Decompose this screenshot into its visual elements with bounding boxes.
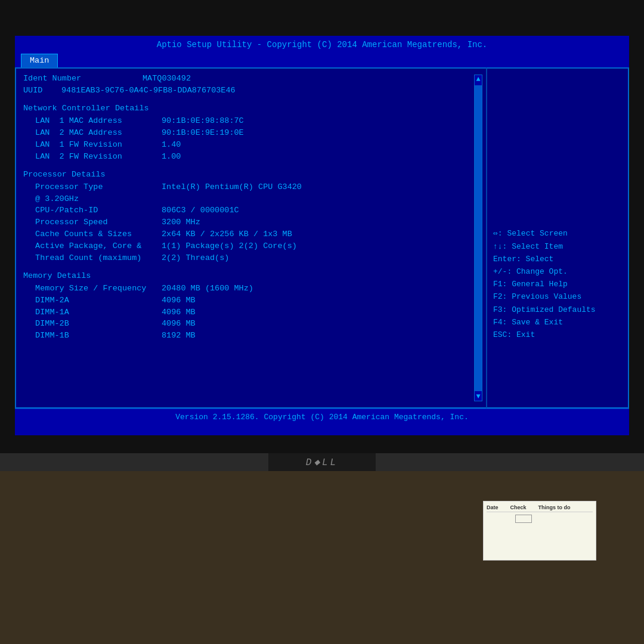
help-f1: F1: General Help <box>493 279 622 290</box>
thread-row: Thread Count (maximum) 2(2) Thread(s) <box>23 253 479 264</box>
dimm2a-value: 4096 MB <box>162 295 196 306</box>
cpu-patch-label: CPU-/Patch-ID <box>30 205 162 216</box>
lan1-mac-value: 90:1B:0E:98:88:7C <box>162 116 244 127</box>
mem-size-row: Memory Size / Frequency 20480 MB (1600 M… <box>23 283 479 295</box>
dell-logo: D◆LL <box>306 456 338 468</box>
bios-screen: Aptio Setup Utility - Copyright (C) 2014… <box>15 36 629 435</box>
dimm1a-value: 4096 MB <box>162 307 196 318</box>
dimm2b-value: 4096 MB <box>162 318 196 330</box>
dimm1b-value: 8192 MB <box>162 330 196 342</box>
lan2-mac-value: 90:1B:0E:9E:19:0E <box>162 128 244 139</box>
dimm2a-label: DIMM-2A <box>30 295 162 306</box>
monitor-stand: D◆LL <box>268 453 376 471</box>
help-panel: ⇔: Select Screen ↑↓: Select Item Enter: … <box>486 67 629 408</box>
uuid-value: 9481EAB3-9C76-0A4C-9FB8-DDA876703E46 <box>59 85 236 97</box>
lan1-mac-row: LAN 1 MAC Address 90:1B:0E:98:88:7C <box>23 116 479 127</box>
lan1-mac-label: LAN 1 MAC Address <box>30 116 162 127</box>
notepad-col2: Check <box>510 504 527 510</box>
status-bar: Version 2.15.1286. Copyright (C) 2014 Am… <box>15 408 629 426</box>
lan2-mac-row: LAN 2 MAC Address 90:1B:0E:9E:19:0E <box>23 128 479 139</box>
uuid-label: UUID <box>23 85 59 97</box>
bios-title: Aptio Setup Utility - Copyright (C) 2014… <box>157 40 488 49</box>
proc-type-value: Intel(R) Pentium(R) CPU G3420 <box>162 182 302 193</box>
thread-label: Thread Count (maximum) <box>30 253 162 264</box>
lan1-fw-row: LAN 1 FW Revision 1.40 <box>23 140 479 151</box>
help-f2: F2: Previous Values <box>493 292 622 302</box>
ident-label: Ident Number <box>23 73 143 85</box>
help-select-screen: ⇔: Select Screen <box>493 228 622 239</box>
monitor-frame: Aptio Setup Utility - Copyright (C) 2014… <box>0 0 644 453</box>
active-pkg-value: 1(1) Package(s) 2(2) Core(s) <box>162 241 297 252</box>
network-section-title: Network Controller Details <box>23 103 479 114</box>
uuid-row: UUID 9481EAB3-9C76-0A4C-9FB8-DDA876703E4… <box>23 85 479 97</box>
active-pkg-row: Active Package, Core & 1(1) Package(s) 2… <box>23 241 479 252</box>
cpu-patch-row: CPU-/Patch-ID 806C3 / 0000001C <box>23 205 479 216</box>
dimm2b-label: DIMM-2B <box>30 318 162 330</box>
dimm2b-row: DIMM-2B 4096 MB <box>23 318 479 330</box>
main-panel: Ident Number MATQ030492 UUID 9481EAB3-9C… <box>15 67 486 408</box>
help-enter: Enter: Select <box>493 254 622 265</box>
memory-section-title: Memory Details <box>23 271 479 282</box>
help-f4: F4: Save & Exit <box>493 317 622 328</box>
dimm1a-label: DIMM-1A <box>30 307 162 318</box>
help-esc: ESC: Exit <box>493 330 622 340</box>
proc-speed-row: @ 3.20GHz <box>23 194 479 205</box>
mem-size-label: Memory Size / Frequency <box>30 283 162 295</box>
proc-type-label: Processor Type <box>30 182 162 193</box>
ident-row: Ident Number MATQ030492 <box>23 73 479 85</box>
proc-speed-label: @ 3.20GHz <box>30 194 79 205</box>
scroll-down-arrow[interactable]: ▼ <box>475 392 482 401</box>
thread-value: 2(2) Thread(s) <box>162 253 229 264</box>
content-area: Ident Number MATQ030492 UUID 9481EAB3-9C… <box>15 67 629 408</box>
lan2-fw-row: LAN 2 FW Revision 1.00 <box>23 151 479 163</box>
lan2-fw-value: 1.00 <box>162 151 181 163</box>
mem-size-value: 20480 MB (1600 MHz) <box>162 283 253 295</box>
status-bar-text: Version 2.15.1286. Copyright (C) 2014 Am… <box>175 413 468 422</box>
scrollbar[interactable]: ▲ ▼ <box>474 75 482 401</box>
dimm1b-label: DIMM-1B <box>30 330 162 342</box>
scrollbar-thumb[interactable] <box>475 85 482 391</box>
notepad-col1: Date <box>487 504 499 510</box>
ident-value: MATQ030492 <box>143 73 191 85</box>
notepad-col3: Things to do <box>538 504 571 510</box>
scroll-up-arrow[interactable]: ▲ <box>475 75 482 83</box>
tab-row: Main <box>15 54 629 68</box>
proc-type-row: Processor Type Intel(R) Pentium(R) CPU G… <box>23 182 479 193</box>
dimm2a-row: DIMM-2A 4096 MB <box>23 295 479 306</box>
proc-speed2-value: 3200 MHz <box>162 217 200 228</box>
desk-surface: Date Check Things to do <box>0 471 644 644</box>
tab-main[interactable]: Main <box>21 54 58 68</box>
dimm1a-row: DIMM-1A 4096 MB <box>23 307 479 318</box>
lan2-fw-label: LAN 2 FW Revision <box>30 151 162 163</box>
active-pkg-label: Active Package, Core & <box>30 241 162 252</box>
desk-area: D◆LL Date Check Things to do <box>0 453 644 644</box>
lan1-fw-value: 1.40 <box>162 140 181 151</box>
lan1-fw-label: LAN 1 FW Revision <box>30 140 162 151</box>
help-select-item: ↑↓: Select Item <box>493 242 622 252</box>
help-change: +/-: Change Opt. <box>493 267 622 277</box>
cpu-patch-value: 806C3 / 0000001C <box>162 205 239 216</box>
proc-speed2-row: Processor Speed 3200 MHz <box>23 217 479 228</box>
notepad: Date Check Things to do <box>483 501 596 561</box>
proc-speed2-label: Processor Speed <box>30 217 162 228</box>
cache-value: 2x64 KB / 2x256 KB / 1x3 MB <box>162 229 292 240</box>
cache-label: Cache Counts & Sizes <box>30 229 162 240</box>
bios-title-bar: Aptio Setup Utility - Copyright (C) 2014… <box>15 36 629 54</box>
processor-section-title: Processor Details <box>23 169 479 181</box>
cache-row: Cache Counts & Sizes 2x64 KB / 2x256 KB … <box>23 229 479 240</box>
lan2-mac-label: LAN 2 MAC Address <box>30 128 162 139</box>
dimm1b-row: DIMM-1B 8192 MB <box>23 330 479 342</box>
help-f3: F3: Optimized Defaults <box>493 305 622 315</box>
